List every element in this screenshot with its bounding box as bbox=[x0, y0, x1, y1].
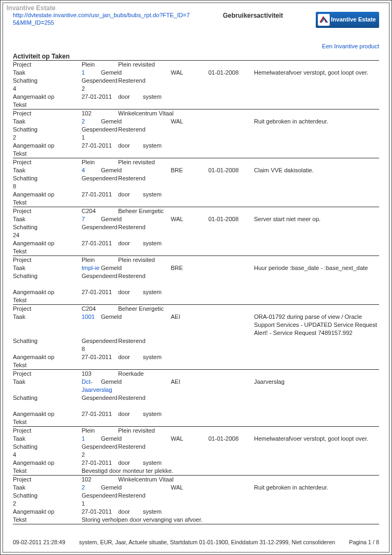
task-description: Ruit gebroken in achterdeur. bbox=[254, 118, 379, 126]
task-code: WAL bbox=[171, 435, 208, 443]
task-status: Gemeld bbox=[101, 264, 133, 272]
value-estimate: 4 bbox=[13, 451, 82, 459]
label-created: Aangemaakt op bbox=[13, 508, 82, 516]
task-id-link[interactable]: 1 bbox=[82, 435, 101, 443]
value-created-date: 27-01-2011 bbox=[82, 410, 118, 418]
label-by: door bbox=[118, 191, 143, 199]
label-estimate: Schatting bbox=[13, 443, 82, 451]
task-status: Gemeld bbox=[101, 118, 133, 126]
label-by: door bbox=[118, 353, 143, 361]
task-id-link[interactable]: 7 bbox=[82, 215, 101, 223]
task-description: Jaarverslag bbox=[254, 378, 379, 386]
project-code: Plein bbox=[82, 61, 118, 69]
label-text: Tekst bbox=[13, 361, 82, 369]
label-created: Aangemaakt op bbox=[13, 410, 82, 418]
task-id-link[interactable]: tmpl-ie bbox=[82, 264, 101, 272]
project-name: Plein revisited bbox=[118, 427, 379, 435]
task-code: BRE bbox=[171, 264, 208, 272]
task-date: 01-01-2008 bbox=[208, 215, 254, 223]
label-spent: Gespendeerd bbox=[82, 272, 118, 280]
value-spent: 2 bbox=[82, 85, 118, 93]
project-code: 103 bbox=[82, 370, 118, 378]
value-by: system bbox=[143, 93, 186, 101]
label-spent: Gespendeerd bbox=[82, 77, 118, 85]
task-code: AEI bbox=[171, 313, 208, 321]
label-created: Aangemaakt op bbox=[13, 142, 82, 150]
value-by: system bbox=[143, 142, 186, 150]
label-spent: Gespendeerd bbox=[82, 443, 118, 451]
label-spent: Gespendeerd bbox=[82, 174, 118, 182]
task-id-link[interactable]: 2 bbox=[82, 118, 101, 126]
label-remaining: Resterend bbox=[118, 126, 172, 134]
task-code: AEI bbox=[171, 378, 208, 386]
task-id-link[interactable]: 2 bbox=[82, 484, 101, 492]
activity-block: Project 102 Winkelcentrum Vitaal Taak 2 … bbox=[13, 109, 379, 158]
activity-block: Project C204 Beheer Energetic Taak 1001 … bbox=[13, 304, 379, 369]
value-created-date: 27-01-2011 bbox=[82, 353, 118, 361]
footer-params: system, EUR, Jaar, Actuele situatie, Sta… bbox=[79, 539, 335, 545]
task-code: WAL bbox=[171, 484, 208, 492]
value-spent: 1 bbox=[82, 500, 118, 508]
value-created-date: 27-01-2011 bbox=[82, 459, 118, 467]
label-spent: Gespendeerd bbox=[82, 492, 118, 500]
project-code: 102 bbox=[82, 476, 118, 484]
label-by: door bbox=[118, 508, 143, 516]
task-id-link[interactable]: 4 bbox=[82, 166, 101, 174]
section-title: Activiteit op Taken bbox=[13, 53, 379, 60]
project-name: Plein revisited bbox=[118, 256, 379, 264]
value-spent: 2 bbox=[82, 451, 118, 459]
brand-logo: Invantive Estate bbox=[316, 12, 379, 28]
label-text: Tekst bbox=[13, 516, 82, 524]
task-id-link[interactable]: 1001 bbox=[82, 313, 101, 321]
label-task: Taak bbox=[13, 166, 82, 174]
label-by: door bbox=[118, 410, 143, 418]
task-status: Gemeld bbox=[101, 166, 133, 174]
sub-brand-link[interactable]: Een Invantive product bbox=[13, 43, 379, 49]
label-spent: Gespendeerd bbox=[82, 126, 118, 134]
label-estimate: Schatting bbox=[13, 492, 82, 500]
project-name: Winkelcentrum Vitaal bbox=[118, 109, 379, 118]
label-task: Taak bbox=[13, 313, 82, 321]
value-created-date: 27-01-2011 bbox=[82, 191, 118, 199]
task-id-link[interactable]: Dct-Jaarverslag bbox=[82, 378, 101, 394]
value-by: system bbox=[143, 239, 186, 247]
project-code: Plein bbox=[82, 427, 118, 435]
value-spent: 1 bbox=[82, 134, 118, 142]
label-text: Tekst bbox=[13, 418, 82, 426]
label-text: Tekst bbox=[13, 247, 82, 255]
logo-text: Invantive Estate bbox=[331, 17, 376, 23]
label-task: Taak bbox=[13, 264, 82, 272]
task-code: WAL bbox=[171, 69, 208, 77]
task-description: Hemelwaterafvoer verstopt, goot loopt ov… bbox=[254, 69, 379, 77]
task-status: Gemeld bbox=[101, 378, 133, 386]
label-project: Project bbox=[13, 256, 82, 264]
label-project: Project bbox=[13, 109, 82, 118]
page-title: Gebruikersactiviteit bbox=[223, 12, 283, 19]
value-by: system bbox=[143, 191, 186, 199]
label-estimate: Schatting bbox=[13, 223, 82, 231]
label-estimate: Schatting bbox=[13, 394, 82, 402]
label-by: door bbox=[118, 459, 143, 467]
footer-page: Pagina 1 / 8 bbox=[349, 539, 379, 545]
label-project: Project bbox=[13, 61, 82, 69]
label-by: door bbox=[118, 239, 143, 247]
report-url[interactable]: http://dvtestate.invantive.com/usr_jan_b… bbox=[13, 12, 190, 27]
activity-block: Project Plein Plein revisited Taak tmpl-… bbox=[13, 255, 379, 304]
label-project: Project bbox=[13, 305, 82, 313]
project-code: C204 bbox=[82, 305, 118, 313]
activity-block: Project Plein Plein revisited Taak 4 Gem… bbox=[13, 158, 379, 207]
project-code: Plein bbox=[82, 256, 118, 264]
label-spent: Gespendeerd bbox=[82, 223, 118, 231]
value-created-date: 27-01-2011 bbox=[82, 508, 118, 516]
value-created-date: 27-01-2011 bbox=[82, 142, 118, 150]
project-name: Roerkade bbox=[118, 370, 379, 378]
value-created-date: 27-01-2011 bbox=[82, 239, 118, 247]
task-status: Gemeld bbox=[101, 215, 133, 223]
label-estimate: Schatting bbox=[13, 337, 82, 345]
task-id-link[interactable]: 1 bbox=[82, 69, 101, 77]
label-created: Aangemaakt op bbox=[13, 191, 82, 199]
label-task: Taak bbox=[13, 378, 82, 386]
label-by: door bbox=[118, 288, 143, 296]
task-description: Ruit gebroken in achterdeur. bbox=[254, 484, 379, 492]
footer-timestamp: 09-02-2011 21:28:49 bbox=[13, 539, 66, 545]
